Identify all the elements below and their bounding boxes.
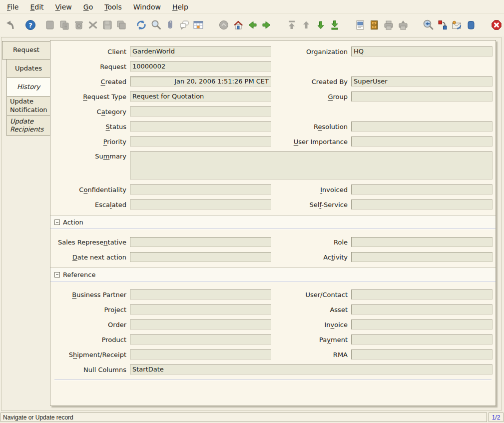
organization-label: Organization — [271, 48, 348, 56]
resolution-label: Resolution — [271, 123, 348, 130]
shipment-receipt-field[interactable] — [130, 350, 271, 360]
attachment-icon — [164, 19, 176, 31]
report-icon — [354, 19, 366, 31]
project-label: Project — [50, 306, 126, 314]
refresh-button[interactable] — [135, 18, 148, 32]
summary-field[interactable] — [130, 152, 493, 180]
archive-button[interactable] — [368, 18, 381, 32]
form-row: Null Columns StartDate — [50, 364, 496, 374]
menu-view[interactable]: View — [52, 2, 75, 12]
activity-label: Activity — [271, 254, 348, 261]
confidentiality-field[interactable] — [130, 184, 271, 194]
collapse-icon[interactable] — [54, 272, 60, 278]
rma-field[interactable] — [351, 350, 493, 360]
help-button[interactable]: ? — [24, 18, 37, 32]
client-field[interactable]: GardenWorld — [130, 46, 271, 56]
zoom-across-button[interactable] — [422, 18, 435, 32]
menu-file[interactable]: File — [3, 2, 22, 12]
organization-field[interactable]: HQ — [351, 46, 493, 56]
user-contact-field[interactable] — [351, 290, 493, 300]
report-button[interactable] — [353, 18, 367, 32]
form-row: Business Partner User/Contact — [50, 290, 496, 300]
find-button[interactable] — [149, 18, 162, 32]
status-field[interactable] — [130, 122, 271, 132]
order-field[interactable] — [130, 320, 271, 330]
tab-request[interactable]: Request — [2, 41, 50, 60]
save-icon — [101, 19, 113, 31]
shipment-receipt-label: Shipment/Receipt — [50, 351, 126, 358]
user-importance-label: User Importance — [271, 138, 348, 146]
next-record-button[interactable] — [314, 18, 327, 32]
tab-updates[interactable]: Updates — [6, 59, 50, 78]
role-label: Role — [271, 238, 348, 246]
product-info-button[interactable] — [465, 18, 478, 32]
menu-go[interactable]: Go — [80, 2, 96, 12]
form-row: Category — [50, 106, 496, 116]
refresh-icon — [135, 19, 147, 31]
help-icon: ? — [24, 19, 36, 31]
summary-label: Summary — [50, 152, 126, 162]
home-icon — [232, 19, 244, 31]
role-field[interactable] — [351, 237, 493, 247]
menu-window[interactable]: Window — [130, 2, 164, 12]
form-row: Request 10000002 — [50, 62, 496, 72]
resolution-field[interactable] — [351, 122, 493, 132]
sales-representative-field[interactable] — [130, 237, 271, 247]
payment-field[interactable] — [351, 334, 493, 344]
tab-update-recipients[interactable]: Update Recipients — [6, 115, 50, 136]
request-field[interactable]: 10000002 — [130, 62, 271, 72]
toolbar: ? — [0, 14, 504, 36]
null-columns-field[interactable]: StartDate — [130, 364, 493, 374]
zoom-across-icon — [422, 19, 434, 31]
activity-field[interactable] — [351, 252, 493, 262]
created-by-label: Created By — [271, 78, 348, 86]
requests-button[interactable] — [450, 18, 464, 32]
group-field[interactable] — [351, 92, 493, 102]
priority-field[interactable] — [130, 136, 271, 146]
request-form-panel: Client GardenWorld Organization HQ Reque… — [50, 40, 496, 406]
form-row: Summary — [50, 152, 496, 180]
history-records-button — [217, 18, 231, 32]
order-label: Order — [50, 321, 126, 328]
date-next-action-field[interactable] — [130, 252, 271, 262]
category-field[interactable] — [130, 106, 271, 116]
form-row: Client GardenWorld Organization HQ — [50, 46, 496, 56]
request-type-field[interactable]: Request for Quotation — [130, 92, 271, 102]
project-field[interactable] — [130, 304, 271, 314]
menu-edit[interactable]: Edit — [26, 2, 47, 12]
menu-tools[interactable]: Tools — [101, 2, 125, 12]
collapse-icon[interactable] — [54, 220, 60, 225]
form-row: Date next action Activity — [50, 252, 496, 262]
rma-label: RMA — [271, 351, 348, 358]
home-menu-button[interactable] — [231, 18, 245, 32]
product-field[interactable] — [130, 334, 271, 344]
attachment-button[interactable] — [163, 18, 177, 32]
escalated-field[interactable] — [130, 200, 271, 210]
parent-tab-button[interactable] — [246, 18, 259, 32]
archive-icon — [368, 19, 380, 31]
group-label: Group — [271, 93, 348, 100]
grid-toggle-button[interactable] — [192, 18, 205, 32]
undo-button[interactable] — [4, 18, 17, 32]
asset-field[interactable] — [351, 304, 493, 314]
status-message: Navigate or Update record — [0, 412, 487, 422]
detail-tab-button[interactable] — [260, 18, 274, 32]
menu-help[interactable]: Help — [169, 2, 192, 12]
business-partner-field[interactable] — [130, 290, 271, 300]
chat-button[interactable] — [178, 18, 191, 32]
section-reference: Reference — [50, 268, 496, 282]
tab-update-notification[interactable]: Update Notification — [6, 96, 50, 116]
tab-history[interactable]: History — [6, 78, 50, 96]
menu-bar: File Edit View Go Tools Window Help — [0, 0, 504, 14]
exit-button[interactable] — [490, 18, 503, 32]
last-record-button[interactable] — [328, 18, 342, 32]
created-by-field[interactable]: SuperUser — [351, 76, 493, 86]
created-field[interactable]: Jan 20, 2006 1:51:26 PM CET — [130, 76, 271, 86]
delete-record-button — [72, 18, 85, 32]
next-record-icon — [315, 19, 327, 31]
invoice-field[interactable] — [351, 320, 493, 330]
workflow-button[interactable] — [436, 18, 449, 32]
user-importance-field[interactable] — [351, 136, 493, 146]
invoiced-field[interactable] — [351, 184, 493, 194]
self-service-field[interactable] — [351, 200, 493, 210]
